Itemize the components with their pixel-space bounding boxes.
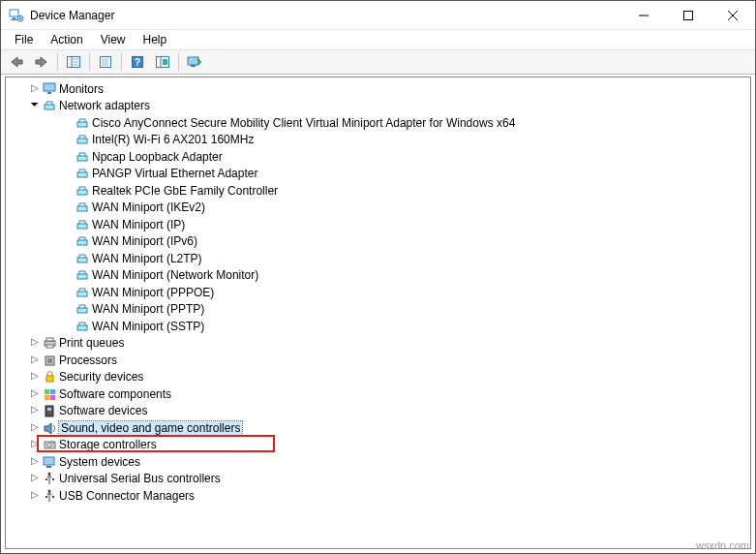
processor-icon	[42, 354, 59, 367]
forward-button[interactable]	[30, 51, 53, 73]
svg-rect-24	[77, 258, 87, 262]
category-label: Network adapters	[59, 99, 150, 112]
chevron-right-icon[interactable]: ▷	[28, 83, 42, 93]
show-hide-tree-button[interactable]	[62, 51, 85, 73]
device-item[interactable]: ▷PANGP Virtual Ethernet Adapter	[7, 166, 749, 183]
category-monitors[interactable]: ▷ Monitors	[7, 80, 749, 98]
svg-rect-16	[77, 122, 87, 127]
device-item[interactable]: ▷WAN Miniport (SSTP)	[7, 318, 749, 335]
chevron-right-icon[interactable]: ▷	[28, 439, 42, 448]
chevron-right-icon[interactable]: ▷	[28, 490, 42, 500]
device-item[interactable]: ▷Cisco AnyConnect Secure Mobility Client…	[7, 114, 749, 132]
category-software-components[interactable]: ▷ Software components	[7, 385, 749, 403]
category-storage-controllers[interactable]: ▷ Storage controllers	[7, 437, 749, 454]
category-network-adapters[interactable]: ⏷ Network adapters	[7, 98, 749, 115]
category-software-devices[interactable]: ▷ Software devices	[7, 403, 749, 420]
network-adapter-icon	[75, 184, 92, 198]
system-device-icon	[42, 455, 59, 469]
device-label: PANGP Virtual Ethernet Adapter	[92, 167, 257, 180]
network-adapter-icon	[75, 234, 92, 248]
action-button[interactable]	[151, 51, 174, 73]
category-sound-video-game[interactable]: ▷ Sound, video and game controllers	[7, 419, 749, 437]
network-adapter-icon	[75, 218, 92, 231]
software-component-icon	[42, 387, 59, 401]
menu-action[interactable]: Action	[43, 32, 90, 47]
svg-rect-14	[47, 92, 51, 94]
svg-rect-13	[44, 83, 55, 91]
svg-rect-4	[684, 11, 693, 19]
content-frame: ▷ Monitors ⏷ Network adapters ▷Cisco Any…	[5, 77, 751, 549]
svg-rect-10	[163, 59, 167, 65]
device-label: WAN Miniport (PPPOE)	[92, 286, 214, 299]
device-item[interactable]: ▷WAN Miniport (IKEv2)	[7, 200, 749, 217]
device-item[interactable]: ▷WAN Miniport (PPTP)	[7, 301, 749, 319]
chevron-right-icon[interactable]: ▷	[28, 422, 42, 432]
device-item[interactable]: ▷Npcap Loopback Adapter	[7, 148, 749, 166]
device-item[interactable]: ▷WAN Miniport (Network Monitor)	[7, 267, 749, 285]
storage-icon	[42, 438, 59, 451]
help-button[interactable]: ?	[126, 51, 149, 73]
category-security-devices[interactable]: ▷ Security devices	[7, 369, 749, 386]
category-usb-connector-managers[interactable]: ▷ USB Connector Managers	[7, 487, 749, 505]
device-item[interactable]: ▷Realtek PCIe GbE Family Controller	[7, 182, 749, 200]
category-label: Software devices	[59, 404, 147, 417]
svg-rect-18	[77, 156, 87, 161]
minimize-button[interactable]	[621, 1, 666, 29]
category-label: Storage controllers	[59, 438, 157, 451]
category-label: Universal Serial Bus controllers	[59, 472, 221, 485]
menubar: File Action View Help	[1, 30, 755, 49]
chevron-right-icon[interactable]: ▷	[28, 371, 42, 381]
svg-point-50	[52, 496, 54, 498]
device-label: Intel(R) Wi-Fi 6 AX201 160MHz	[92, 133, 254, 146]
svg-rect-44	[46, 466, 51, 468]
category-label: System devices	[59, 455, 140, 469]
category-label: USB Connector Managers	[59, 489, 195, 503]
svg-rect-40	[47, 408, 51, 411]
svg-point-47	[52, 478, 54, 480]
svg-rect-0	[10, 10, 18, 16]
svg-text:?: ?	[135, 57, 140, 68]
chevron-right-icon[interactable]: ▷	[28, 354, 42, 364]
device-item[interactable]: ▷Intel(R) Wi-Fi 6 AX201 160MHz	[7, 132, 749, 149]
device-label: WAN Miniport (IP)	[92, 218, 185, 231]
network-icon	[42, 99, 59, 112]
printer-icon	[42, 336, 59, 350]
device-item[interactable]: ▷WAN Miniport (IP)	[7, 216, 749, 233]
back-button[interactable]	[5, 51, 28, 73]
category-usb-controllers[interactable]: ▷ Universal Serial Bus controllers	[7, 471, 749, 488]
device-item[interactable]: ▷WAN Miniport (PPPOE)	[7, 284, 749, 301]
svg-rect-15	[45, 105, 54, 109]
chevron-right-icon[interactable]: ▷	[28, 456, 42, 466]
svg-rect-22	[77, 224, 87, 229]
svg-rect-21	[77, 206, 87, 211]
svg-point-48	[48, 489, 51, 492]
close-button[interactable]	[711, 1, 755, 29]
menu-view[interactable]: View	[93, 32, 134, 47]
svg-rect-19	[77, 172, 87, 177]
maximize-button[interactable]	[666, 1, 711, 29]
menu-file[interactable]: File	[7, 32, 41, 47]
chevron-right-icon[interactable]: ▷	[28, 405, 42, 415]
chevron-right-icon[interactable]: ▷	[28, 473, 42, 482]
menu-help[interactable]: Help	[136, 32, 175, 47]
category-print-queues[interactable]: ▷ Print queues	[7, 335, 749, 353]
svg-rect-36	[50, 389, 55, 394]
category-processors[interactable]: ▷ Processors	[7, 352, 749, 369]
svg-rect-34	[46, 376, 53, 382]
svg-rect-2	[11, 19, 17, 20]
device-tree[interactable]: ▷ Monitors ⏷ Network adapters ▷Cisco Any…	[7, 78, 749, 547]
device-label: WAN Miniport (PPTP)	[92, 302, 204, 316]
scan-button[interactable]	[183, 51, 206, 73]
software-device-icon	[42, 404, 59, 417]
properties-button[interactable]	[94, 51, 117, 73]
chevron-right-icon[interactable]: ▷	[28, 337, 42, 347]
chevron-right-icon[interactable]: ▷	[28, 388, 42, 398]
device-item[interactable]: ▷WAN Miniport (IPv6)	[7, 233, 749, 251]
device-label: Npcap Loopback Adapter	[92, 150, 223, 164]
device-label: Realtek PCIe GbE Family Controller	[92, 184, 278, 198]
toolbar-separator	[178, 53, 179, 71]
chevron-down-icon[interactable]: ⏷	[28, 100, 42, 109]
category-system-devices[interactable]: ▷ System devices	[7, 453, 749, 471]
category-label: Print queues	[59, 336, 124, 350]
device-item[interactable]: ▷WAN Miniport (L2TP)	[7, 250, 749, 267]
